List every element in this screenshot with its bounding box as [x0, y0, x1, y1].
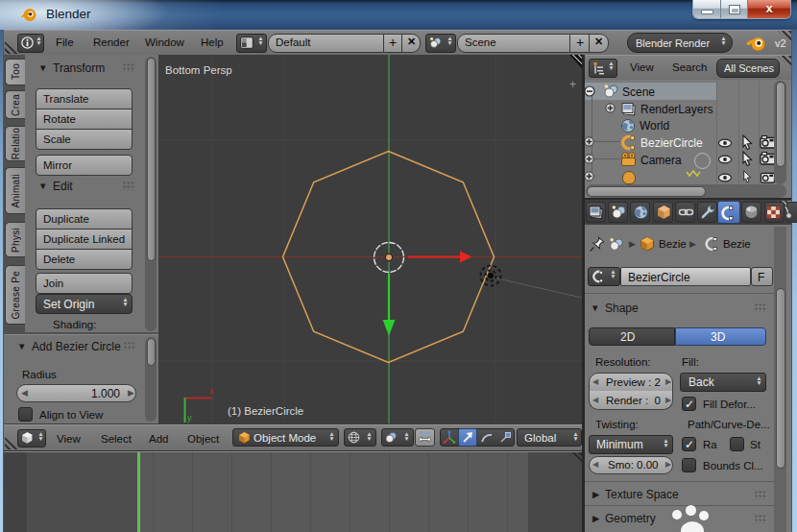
svg-text:y: y: [187, 413, 192, 423]
svg-text:x: x: [209, 386, 214, 396]
